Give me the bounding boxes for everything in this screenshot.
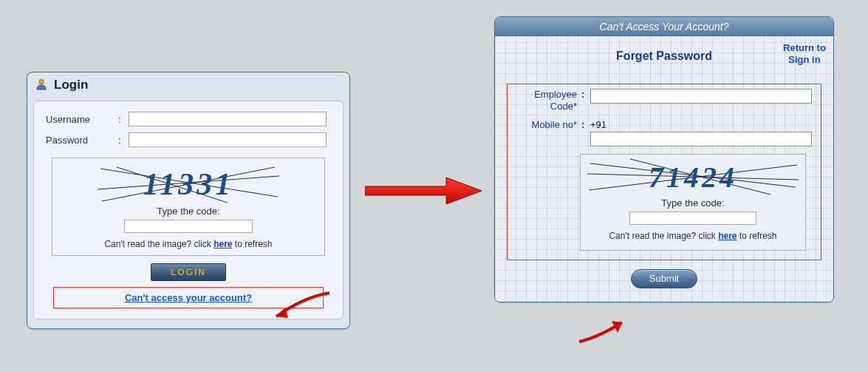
login-button[interactable]: LOGIN	[151, 263, 226, 281]
flow-arrow-icon	[365, 176, 482, 206]
password-input[interactable]	[129, 132, 327, 147]
login-panel: Login Username : Password : 11331 Type	[27, 72, 350, 329]
mobile-no-row: Mobile no* : +91	[515, 119, 813, 146]
forgot-title: Forget Password	[507, 50, 821, 63]
forgot-refresh-link[interactable]: here	[718, 231, 737, 241]
password-label: Password	[46, 135, 112, 146]
login-title: Login	[54, 78, 88, 92]
login-captcha-image: 11331	[95, 164, 282, 204]
password-row: Password :	[46, 132, 331, 147]
login-refresh-link[interactable]: here	[213, 239, 232, 249]
login-captcha-box: 11331 Type the code: Can't read the imag…	[52, 158, 325, 256]
login-type-code-label: Type the code:	[55, 206, 321, 217]
login-refresh-line: Can't read the image? click here to refr…	[55, 239, 321, 249]
colon: :	[118, 135, 123, 146]
svg-point-0	[39, 79, 44, 84]
forgot-type-code-label: Type the code:	[584, 197, 802, 209]
mobile-no-label: Mobile no*	[515, 119, 577, 131]
login-header: Login	[27, 72, 349, 98]
forgot-captcha-input[interactable]	[629, 212, 756, 225]
employee-code-input[interactable]	[590, 89, 812, 104]
forgot-refresh-line: Can't read the image? click here to refr…	[584, 231, 802, 243]
login-body: Username : Password : 11331 Type the cod…	[33, 101, 344, 319]
forgot-form-outline: Employee Code* : Mobile no* : +91	[507, 84, 821, 260]
colon: :	[581, 89, 586, 100]
forgot-captcha-image: 71424	[586, 158, 800, 196]
login-refresh-suffix: to refresh	[233, 239, 273, 249]
username-label: Username	[46, 114, 112, 125]
user-icon	[35, 78, 48, 93]
annotation-arrow-icon	[576, 315, 634, 345]
username-input[interactable]	[129, 112, 327, 126]
forgot-captcha-digits: 71424	[649, 160, 737, 195]
employee-code-label: Employee Code*	[515, 89, 577, 112]
forgot-body: Return to Sign in Forget Password Employ…	[495, 36, 833, 302]
svg-marker-5	[365, 177, 482, 204]
employee-code-row: Employee Code* :	[515, 89, 813, 112]
forgot-password-panel: Can't Access Your Account? Return to Sig…	[494, 16, 834, 302]
forgot-captcha-box: 71424 Type the code: Can't read the imag…	[580, 154, 806, 251]
mobile-no-input[interactable]	[590, 132, 812, 146]
svg-marker-11	[612, 321, 622, 333]
login-captcha-input[interactable]	[124, 220, 253, 233]
return-to-signin-link[interactable]: Return to Sign in	[783, 42, 826, 65]
login-captcha-digits: 11331	[143, 166, 234, 202]
forgot-header: Can't Access Your Account?	[495, 17, 833, 36]
colon: :	[581, 119, 586, 130]
submit-button[interactable]: Submit	[631, 269, 697, 288]
forgot-refresh-suffix: to refresh	[737, 231, 777, 241]
username-row: Username :	[46, 112, 331, 126]
mobile-prefix: +91	[590, 119, 813, 130]
forgot-link-box: Can't access your account?	[53, 287, 324, 308]
login-refresh-prefix: Can't read the image? click	[104, 239, 213, 249]
cant-access-account-link[interactable]: Can't access your account?	[125, 292, 252, 303]
forgot-refresh-prefix: Can't read the image? click	[609, 231, 718, 241]
colon: :	[118, 114, 123, 125]
